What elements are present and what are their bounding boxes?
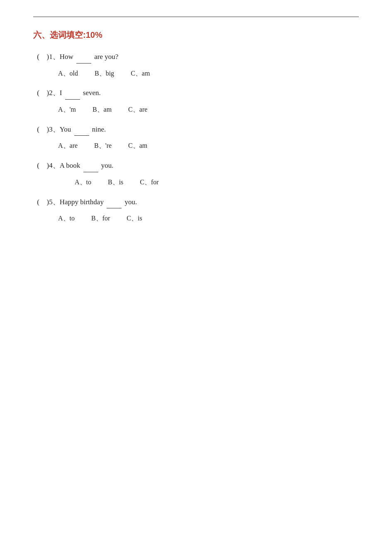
- blank-1: [76, 63, 91, 64]
- option-2b: B、am: [93, 104, 112, 116]
- option-label-3c: C、am: [128, 142, 147, 149]
- option-3a: A、are: [58, 140, 78, 152]
- question-line-2: ( )2、I seven.: [33, 87, 359, 100]
- paren-close-4: )4、A book: [45, 161, 80, 169]
- question-line-3: ( )3、You nine.: [33, 123, 359, 136]
- paren-5: (: [33, 196, 43, 209]
- question-line-5: ( )5、Happy birthday you.: [33, 196, 359, 209]
- option-label-5c: C、is: [127, 215, 142, 222]
- q4-after: you.: [101, 161, 114, 169]
- paren-4: (: [33, 159, 43, 172]
- options-1: A、old B、big C、am: [58, 68, 359, 80]
- option-1b: B、big: [95, 68, 114, 80]
- option-label-2c: C、are: [128, 106, 147, 113]
- option-label-3a: A、are: [58, 142, 78, 149]
- option-label-1b: B、big: [95, 70, 114, 77]
- paren-3: (: [33, 123, 43, 136]
- option-5b: B、for: [91, 213, 110, 225]
- option-3c: C、am: [128, 140, 147, 152]
- section-title: 六、选词填空:10%: [33, 29, 359, 41]
- option-4a: A、to: [75, 176, 91, 188]
- option-label-2a: A、'm: [58, 106, 76, 113]
- option-5a: A、to: [58, 213, 75, 225]
- option-label-4c: C、for: [140, 178, 158, 186]
- q1-after: are you?: [94, 53, 118, 61]
- q3-after: nine.: [92, 125, 106, 133]
- option-label-4a: A、to: [75, 178, 91, 186]
- blank-4: [83, 172, 98, 172]
- option-2a: A、'm: [58, 104, 76, 116]
- option-2c: C、are: [128, 104, 147, 116]
- options-2: A、'm B、am C、are: [58, 104, 359, 116]
- top-divider: [33, 17, 359, 17]
- option-3b: B、're: [94, 140, 112, 152]
- q2-after: seven.: [83, 89, 101, 97]
- options-4: A、to B、is C、for: [75, 176, 359, 188]
- question-line-1: ( )1、How are you?: [33, 51, 359, 64]
- option-label-5a: A、to: [58, 215, 75, 222]
- options-3: A、are B、're C、am: [58, 140, 359, 152]
- paren-close-5: )5、Happy birthday: [45, 198, 104, 206]
- question-block-3: ( )3、You nine. A、are B、're C、am: [33, 123, 359, 152]
- option-label-3b: B、're: [94, 142, 112, 149]
- question-block-4: ( )4、A book you. A、to B、is C、for: [33, 159, 359, 188]
- option-1a: A、old: [58, 68, 78, 80]
- options-5: A、to B、for C、is: [58, 213, 359, 225]
- option-label-1a: A、old: [58, 70, 78, 77]
- question-block-5: ( )5、Happy birthday you. A、to B、for C、is: [33, 196, 359, 225]
- paren-1: (: [33, 51, 43, 64]
- question-block-1: ( )1、How are you? A、old B、big C、am: [33, 51, 359, 79]
- option-label-2b: B、am: [93, 106, 112, 113]
- blank-2: [65, 99, 80, 100]
- option-5c: C、is: [127, 213, 142, 225]
- q5-after: you.: [124, 198, 137, 206]
- option-1c: C、am: [131, 68, 150, 80]
- blank-5: [107, 208, 122, 208]
- option-4c: C、for: [140, 176, 158, 188]
- paren-close-3: )3、You: [45, 125, 71, 133]
- option-label-4b: B、is: [108, 178, 123, 186]
- question-block-2: ( )2、I seven. A、'm B、am C、are: [33, 87, 359, 115]
- paren-close-1: )1、How: [45, 53, 73, 61]
- option-label-1c: C、am: [131, 70, 150, 77]
- question-line-4: ( )4、A book you.: [33, 159, 359, 172]
- option-4b: B、is: [108, 176, 123, 188]
- option-label-5b: B、for: [91, 215, 110, 222]
- paren-2: (: [33, 87, 43, 100]
- blank-3: [74, 135, 89, 136]
- page: 六、选词填空:10% ( )1、How are you? A、old B、big…: [0, 0, 392, 555]
- paren-close-2: )2、I: [45, 89, 62, 97]
